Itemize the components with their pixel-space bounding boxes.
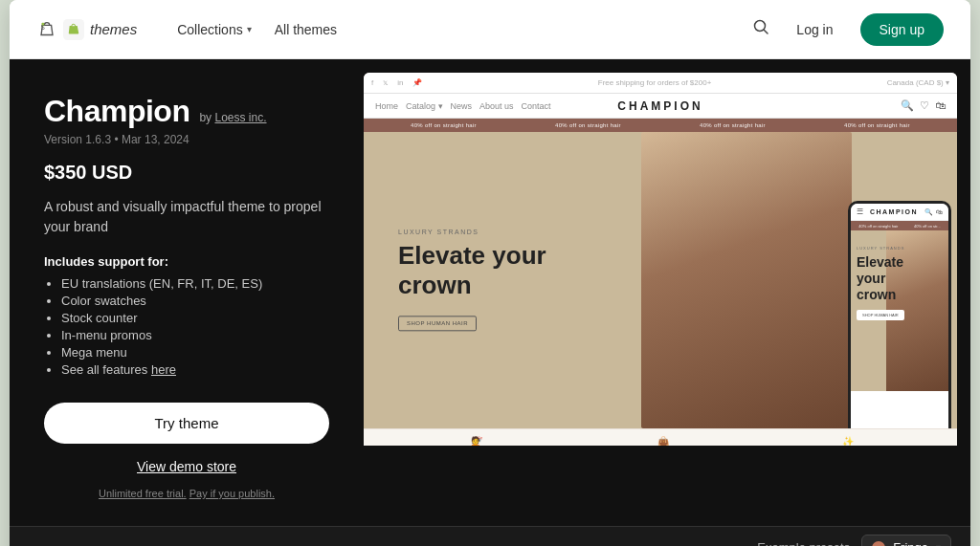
preview-browser-bar: f 𝕩 in 📌 Free shipping for orders of $20… bbox=[364, 73, 957, 94]
feature-item-see-all: See all features here bbox=[61, 362, 329, 377]
theme-title: Champion bbox=[44, 94, 189, 129]
features-list: EU translations (EN, FR, IT, DE, ES) Col… bbox=[44, 276, 329, 380]
hero-person-image bbox=[641, 132, 852, 428]
promo-text: 40% off on straight hair bbox=[700, 122, 766, 128]
mobile-hero: LUXURY STRANDS Elevateyourcrown SHOP HUM… bbox=[851, 230, 948, 391]
preview-site-bar: Home Catalog ▾ News About us Contact CHA… bbox=[364, 94, 957, 119]
preset-name: Fringe bbox=[893, 540, 928, 546]
theme-price: $350 USD bbox=[44, 162, 329, 184]
all-themes-nav-item[interactable]: All themes bbox=[265, 16, 346, 43]
signup-button[interactable]: Sign up bbox=[860, 13, 944, 46]
browser-window: S themes Collections ▾ All themes bbox=[10, 0, 970, 546]
mobile-cart-icon: 🛍 bbox=[936, 208, 943, 216]
promo-text: 40% off on straight hair bbox=[844, 122, 910, 128]
preview-site-logo: CHAMPION bbox=[617, 99, 702, 113]
hero-content: LUXURY STRANDS Elevate your crown SHOP H… bbox=[398, 229, 546, 331]
svg-text:S: S bbox=[41, 24, 45, 31]
feature-item: Mega menu bbox=[61, 345, 329, 360]
login-button[interactable]: Log in bbox=[787, 16, 842, 43]
feature-item: Stock counter bbox=[61, 311, 329, 325]
bottom-bar: Example presets Fringe ▾ bbox=[10, 526, 970, 546]
left-panel: Champion by Loess inc. Version 1.6.3 • M… bbox=[10, 59, 364, 526]
preview-cart-icon: 🛍 bbox=[935, 99, 946, 112]
hero-subtitle: LUXURY STRANDS bbox=[398, 229, 546, 235]
mobile-logo: CHAMPION bbox=[870, 208, 918, 215]
promo-bar: 40% off on straight hair 40% off on stra… bbox=[364, 119, 957, 132]
mobile-hero-heading: Elevateyourcrown bbox=[857, 254, 904, 302]
preview-wishlist-icon: ♡ bbox=[920, 99, 929, 112]
feature-item: In-menu promos bbox=[61, 328, 329, 342]
main-content: Champion by Loess inc. Version 1.6.3 • M… bbox=[10, 59, 970, 526]
theme-preview: f 𝕩 in 📌 Free shipping for orders of $20… bbox=[364, 73, 957, 446]
shopify-icon bbox=[63, 19, 84, 40]
navbar: S themes Collections ▾ All themes bbox=[10, 0, 970, 59]
theme-description: A robust and visually impactful theme to… bbox=[44, 197, 329, 237]
mobile-promo: 40% off on straight hair 40% off on str.… bbox=[851, 221, 948, 230]
logo[interactable]: S themes bbox=[36, 19, 137, 40]
chevron-down-icon: ▾ bbox=[936, 542, 941, 546]
promo-text: 40% off on straight hair bbox=[411, 122, 477, 128]
includes-label: Includes support for: bbox=[44, 254, 329, 269]
try-theme-button[interactable]: Try theme bbox=[44, 403, 329, 444]
feature-item: Color swatches bbox=[61, 294, 329, 308]
mobile-hero-content: LUXURY STRANDS Elevateyourcrown SHOP HUM… bbox=[857, 246, 904, 320]
mobile-search-icon: 🔍 bbox=[924, 208, 933, 216]
hero-heading: Elevate your crown bbox=[398, 241, 546, 300]
example-presets-label: Example presets bbox=[757, 540, 850, 546]
hair-icon: 💇 bbox=[471, 436, 482, 446]
preset-selector[interactable]: Fringe ▾ bbox=[861, 535, 951, 546]
theme-title-row: Champion by Loess inc. bbox=[44, 94, 329, 129]
navbar-actions: Log in Sign up bbox=[752, 13, 944, 46]
view-demo-button[interactable]: View demo store bbox=[44, 453, 329, 480]
logo-text: themes bbox=[90, 21, 137, 37]
preview-search-icon: 🔍 bbox=[901, 99, 914, 112]
preview-categories: 💇 Human hair 👜 Accessories ✨ Hair care bbox=[364, 428, 957, 446]
collections-nav-item[interactable]: Collections ▾ bbox=[167, 16, 260, 43]
shopify-bag-icon: S bbox=[36, 19, 57, 40]
see-all-link[interactable]: here bbox=[151, 362, 176, 377]
right-panel: f 𝕩 in 📌 Free shipping for orders of $20… bbox=[364, 59, 970, 526]
preset-color-dot bbox=[872, 541, 885, 547]
mobile-top-bar: ☰ CHAMPION 🔍 🛍 bbox=[851, 204, 948, 221]
category-item-accessories: 👜 Accessories bbox=[648, 436, 679, 446]
hero-cta-button[interactable]: SHOP HUMAN HAIR bbox=[398, 317, 477, 332]
category-item-hair: 💇 Human hair bbox=[461, 436, 491, 446]
navbar-nav: Collections ▾ All themes bbox=[167, 16, 752, 43]
free-trial-text: Unlimited free trial. Pay if you publish… bbox=[44, 488, 329, 499]
mobile-preview: ☰ CHAMPION 🔍 🛍 40% off on straight hair … bbox=[848, 201, 951, 428]
svg-line-4 bbox=[765, 31, 768, 34]
chevron-down-icon: ▾ bbox=[247, 24, 252, 34]
accessories-icon: 👜 bbox=[657, 436, 669, 446]
mobile-hero-subtitle: LUXURY STRANDS bbox=[857, 246, 904, 251]
mobile-hero-cta: SHOP HUMAN HAIR bbox=[857, 310, 904, 320]
promo-text: 40% off on straight hair bbox=[555, 122, 621, 128]
theme-author: by Loess inc. bbox=[199, 111, 266, 124]
theme-version: Version 1.6.3 • Mar 13, 2024 bbox=[44, 133, 329, 146]
category-item-haircare: ✨ Hair care bbox=[836, 436, 859, 446]
haircare-icon: ✨ bbox=[842, 436, 854, 446]
feature-item: EU translations (EN, FR, IT, DE, ES) bbox=[61, 276, 329, 291]
hero-area: LUXURY STRANDS Elevate your crown SHOP H… bbox=[364, 132, 957, 428]
author-link[interactable]: Loess inc. bbox=[214, 111, 266, 124]
search-icon[interactable] bbox=[752, 18, 769, 40]
svg-point-3 bbox=[755, 21, 766, 32]
